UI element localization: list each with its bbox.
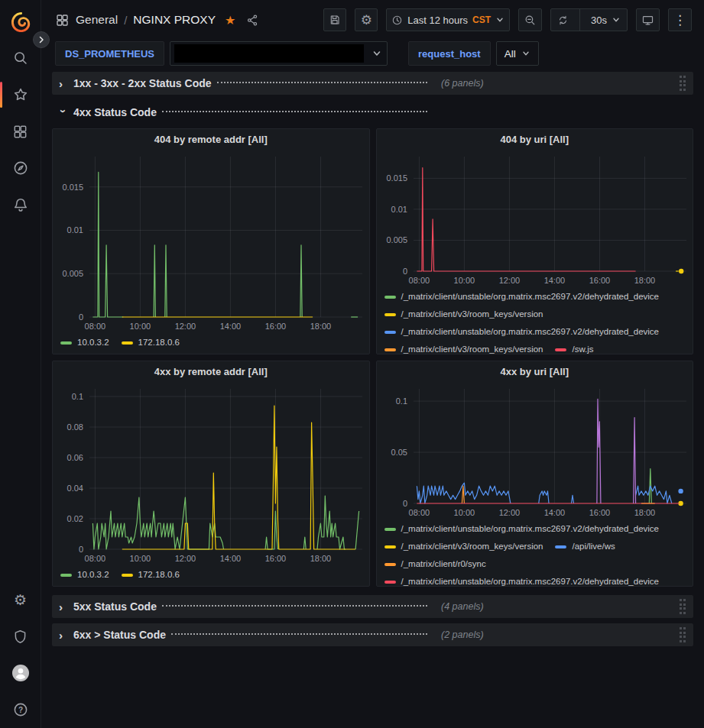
legend-label: /_matrix/client/r0/sync [401,555,486,573]
legend-item[interactable]: /_matrix/client/unstable/org.matrix.msc2… [384,573,660,587]
chart-plot[interactable]: 00.0050.010.01508:0010:0012:0014:0016:00… [53,150,369,334]
variable-select-request-host[interactable]: All [496,41,539,66]
legend-item[interactable]: 10.0.3.2 [60,566,109,584]
dashboard-settings-button[interactable]: ⚙ [355,8,378,31]
variable-label-request-host[interactable]: request_host [408,41,491,66]
variable-label-ds-prometheus[interactable]: DS_PROMETHEUS [55,41,164,66]
legend-label: /_matrix/client/unstable/org.matrix.msc2… [401,288,660,306]
panel-title[interactable]: 4xx by uri [All] [377,361,693,383]
svg-text:0.1: 0.1 [395,396,407,406]
tv-mode-button[interactable] [636,8,660,31]
svg-text:14:00: 14:00 [543,276,565,285]
row-header-1xx-3xx-2xx[interactable]: › 1xx - 3xx - 2xx Status Code (6 panels) [52,72,693,95]
panel-4xx-by-uri: 4xx by uri [All] 00.050.108:0010:0012:00… [376,361,694,587]
row-drag-handle[interactable] [680,627,686,642]
chart-plot[interactable]: 00.050.108:0010:0012:0014:0016:0018:00 [377,383,693,520]
svg-text:0.005: 0.005 [386,235,407,244]
row-header-6xx[interactable]: › 6xx > Status Code (2 panels) [52,623,693,646]
row-header-5xx[interactable]: › 5xx Status Code (4 panels) [52,595,693,618]
legend-swatch [384,331,396,334]
chart-svg: 00.0050.010.01508:0010:0012:0014:0016:00… [377,150,693,288]
time-range-label: Last 12 hours [407,15,468,26]
svg-text:12:00: 12:00 [498,276,520,285]
sidebar-item-configuration[interactable]: ⚙ [0,581,41,618]
row-left: › 4xx Status Code [59,106,427,119]
legend-label: /sw.js [572,341,593,354]
favorite-star-icon[interactable]: ★ [225,13,235,28]
legend-label: /_matrix/client/unstable/org.matrix.msc2… [401,573,660,587]
legend-label: /_matrix/client/unstable/org.matrix.msc2… [401,323,660,341]
svg-text:10:00: 10:00 [453,276,475,285]
sidebar-item-profile[interactable] [0,655,41,691]
legend-item[interactable]: /sw.js [555,341,593,354]
legend-item[interactable]: /_matrix/client/unstable/org.matrix.msc2… [384,288,660,306]
svg-text:0.04: 0.04 [67,484,83,493]
sidebar-item-server-admin[interactable] [0,618,41,655]
svg-text:08:00: 08:00 [408,276,430,285]
row-title: 1xx - 3xx - 2xx Status Code [73,77,212,89]
panel-title[interactable]: 404 by remote addr [All] [53,129,369,150]
save-dashboard-button[interactable] [323,8,346,31]
svg-text:0.02: 0.02 [67,514,83,523]
header-actions: ⚙ Last 12 hours CST [323,8,692,31]
apps-grid-icon [12,124,28,140]
svg-text:0.005: 0.005 [62,269,83,278]
time-range-picker[interactable]: Last 12 hours CST [386,8,510,31]
sidebar-item-dashboards[interactable] [0,113,41,150]
sidebar-item-explore[interactable] [0,150,41,186]
svg-text:0.05: 0.05 [391,448,407,457]
sidebar-item-alerting[interactable] [0,186,41,223]
panel-title[interactable]: 4xx by remote addr [All] [53,361,369,383]
chart-svg: 00.0050.010.01508:0010:0012:0014:0016:00… [53,150,369,334]
sidebar-expand-button[interactable] [33,31,50,48]
row-drag-handle[interactable] [680,76,686,91]
panel-4xx-by-remote-addr: 4xx by remote addr [All] 00.020.040.060.… [52,361,370,587]
legend-item[interactable]: 10.0.3.2 [60,334,109,351]
legend-item[interactable]: /api/live/ws [555,538,615,555]
svg-text:12:00: 12:00 [498,508,520,517]
refresh-interval-dropdown[interactable]: 30s [585,9,627,31]
legend-label: 172.18.0.6 [138,566,180,584]
legend-swatch [122,574,133,577]
row-left: › 6xx > Status Code [59,629,427,642]
svg-text:18:00: 18:00 [634,508,655,517]
legend-swatch [122,341,133,345]
row-drag-handle[interactable] [680,599,686,614]
legend-item[interactable]: 172.18.0.6 [122,334,180,351]
legend-label: 10.0.3.2 [77,566,109,584]
variables-row: DS_PROMETHEUS request_host All [41,40,704,67]
svg-text:16:00: 16:00 [265,322,287,331]
legend-item[interactable]: /_matrix/client/unstable/org.matrix.msc2… [384,323,660,341]
legend-label: /api/live/ws [572,538,615,555]
sidebar-item-help[interactable]: ? [0,691,41,728]
svg-text:0: 0 [402,267,407,276]
legend-swatch [60,341,72,345]
svg-text:0.01: 0.01 [67,225,83,235]
svg-text:?: ? [18,706,22,714]
more-options-button[interactable]: ⋮ [668,8,692,31]
chart-plot[interactable]: 00.0050.010.01508:0010:0012:0014:0016:00… [377,150,693,288]
legend-item[interactable]: /_matrix/client/v3/room_keys/version [384,306,543,323]
chart-plot[interactable]: 00.020.040.060.080.108:0010:0012:0014:00… [53,383,369,566]
legend-item[interactable]: /_matrix/client/v3/room_keys/version [384,538,543,555]
page-title[interactable]: NGINX PROXY [133,13,216,27]
sidebar-item-starred[interactable] [0,76,41,113]
panel-title[interactable]: 404 by uri [All] [377,129,693,150]
legend-item[interactable]: 172.18.0.6 [122,566,180,584]
refresh-button[interactable] [551,9,575,31]
legend-item[interactable]: /_matrix/client/v3/room_keys/version [384,341,543,354]
row-left: › 1xx - 3xx - 2xx Status Code [59,77,427,90]
avatar [11,664,30,682]
breadcrumb-section[interactable]: General [76,13,118,27]
share-icon[interactable] [246,14,259,27]
legend-item[interactable]: /_matrix/client/unstable/org.matrix.msc2… [384,520,660,538]
svg-text:18:00: 18:00 [310,322,332,331]
chevron-right-icon: › [59,600,68,613]
svg-text:0.01: 0.01 [391,205,407,214]
row-header-4xx[interactable]: › 4xx Status Code [52,101,693,124]
monitor-icon [641,14,654,27]
variable-select-ds-prometheus[interactable] [170,41,388,66]
svg-text:16:00: 16:00 [265,554,287,563]
legend-item[interactable]: /_matrix/client/r0/sync [384,555,486,573]
zoom-out-button[interactable] [518,8,542,31]
